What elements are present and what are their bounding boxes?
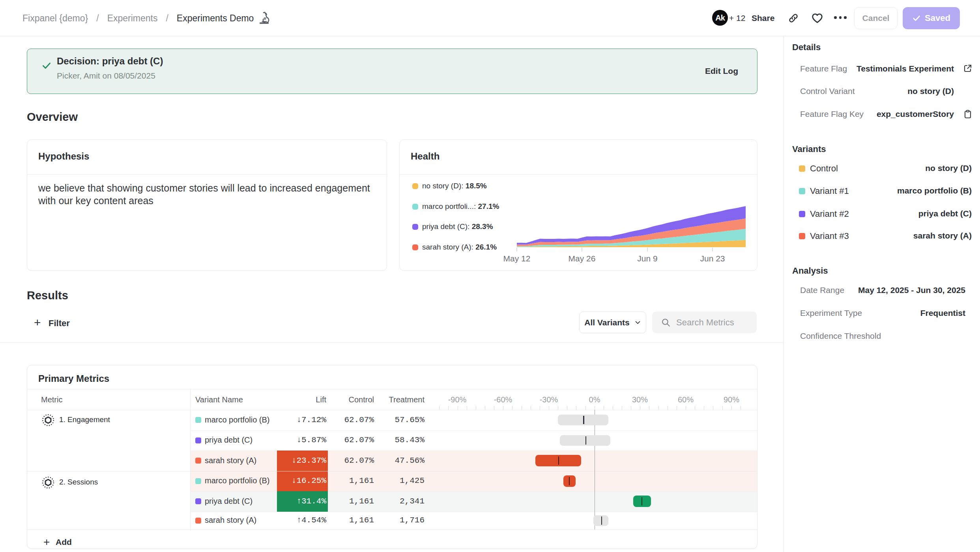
svg-text:Jun 9: Jun 9: [637, 254, 657, 263]
svg-text:May 26: May 26: [569, 254, 596, 263]
svg-text:Jun 23: Jun 23: [700, 254, 725, 263]
svg-text:May 12: May 12: [503, 254, 531, 263]
